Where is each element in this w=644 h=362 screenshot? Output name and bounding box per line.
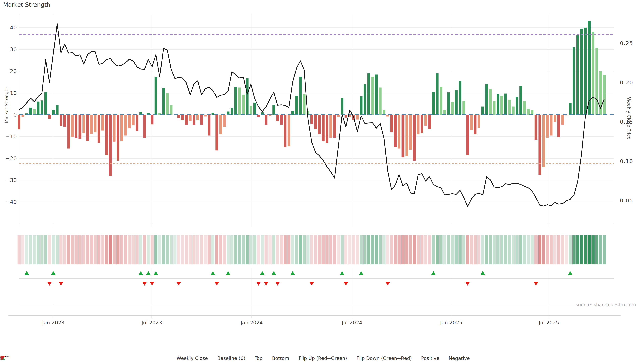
- strength-bar: [196, 115, 199, 120]
- heatmap-cell: [504, 235, 507, 265]
- heatmap-cell: [534, 235, 538, 265]
- heatmap-cell: [67, 235, 70, 265]
- flip-down-marker: [58, 282, 63, 286]
- heatmap-cell: [132, 235, 135, 265]
- strength-bar: [215, 115, 218, 150]
- strength-bar: [124, 115, 127, 136]
- legend-item-label: Flip Down (Green→Red): [356, 356, 412, 361]
- heatmap-cell: [599, 235, 602, 265]
- heatmap-cell: [398, 235, 401, 265]
- x-tick-label: Jan 2023: [42, 320, 64, 326]
- flip-up-marker: [211, 271, 215, 275]
- strength-bar: [181, 115, 184, 120]
- heatmap-cell: [310, 235, 314, 265]
- heatmap-cell: [364, 235, 366, 265]
- legend-item-label: Baseline (0): [217, 356, 245, 361]
- heatmap-cell: [36, 235, 40, 265]
- heatmap-cell: [261, 235, 264, 265]
- strength-bar: [219, 115, 222, 134]
- legend-item-label: Negative: [448, 356, 470, 361]
- strength-bar: [569, 103, 572, 115]
- strength-bar: [474, 115, 476, 134]
- strength-bar: [508, 99, 511, 115]
- heatmap-cell: [188, 235, 192, 265]
- heatmap-cell: [33, 235, 36, 265]
- heatmap-cell: [428, 235, 431, 265]
- heatmap-cell: [147, 235, 150, 265]
- strength-bar: [56, 105, 58, 115]
- heatmap-cell: [246, 235, 249, 265]
- heatmap-cell: [378, 235, 382, 265]
- source-credit: source: sharemaestro.com: [576, 302, 636, 307]
- heatmap-cell: [451, 235, 454, 265]
- heatmap-cell: [219, 235, 222, 265]
- heatmap-cell: [337, 235, 340, 265]
- heatmap-cell: [211, 235, 214, 265]
- heatmap-cell: [112, 235, 116, 265]
- strength-bar: [535, 115, 537, 140]
- heatmap-cell: [139, 235, 142, 265]
- strength-bar: [459, 81, 461, 115]
- heatmap-cell: [576, 235, 580, 265]
- heatmap-cell: [18, 235, 21, 265]
- strength-bar: [139, 112, 142, 115]
- heatmap-cell: [253, 235, 256, 265]
- y-tick-label: −20: [5, 155, 17, 162]
- strength-bar: [94, 115, 96, 132]
- strength-bar: [527, 109, 530, 115]
- heatmap-cell: [306, 235, 310, 265]
- heatmap-cell: [174, 235, 176, 265]
- heatmap-cell: [325, 235, 328, 265]
- heatmap-cell: [166, 235, 169, 265]
- strength-bar: [208, 115, 210, 136]
- y-tick-label: 20: [10, 68, 17, 74]
- heatmap-cell: [416, 235, 420, 265]
- strength-bar: [379, 88, 382, 115]
- strength-bar: [364, 84, 366, 115]
- heatmap-cell: [284, 235, 287, 265]
- heatmap-cell: [523, 235, 526, 265]
- heatmap-cell: [424, 235, 427, 265]
- strength-bar: [303, 94, 306, 115]
- legend-item-label: Bottom: [272, 356, 289, 361]
- heatmap-cell: [143, 235, 146, 265]
- y-tick-label: 0: [14, 112, 17, 118]
- flip-up-marker: [568, 271, 572, 275]
- strength-bar: [29, 108, 32, 115]
- flip-up-marker: [431, 271, 436, 275]
- strength-bar: [322, 115, 324, 141]
- strength-bar: [398, 115, 400, 149]
- strength-bar: [546, 115, 549, 138]
- strength-bar: [447, 92, 450, 115]
- strength-bar: [90, 115, 93, 134]
- heatmap-cell: [572, 235, 576, 265]
- market-strength-chart: Market Strength Market Strength Weekly C…: [0, 0, 644, 362]
- y-tick-label: −10: [5, 133, 17, 140]
- heatmap-cell: [208, 235, 211, 265]
- heatmap-cell: [101, 235, 104, 265]
- heatmap-cell: [105, 235, 108, 265]
- heatmap-cell: [56, 235, 59, 265]
- flip-down-marker: [344, 282, 348, 286]
- chart-canvas: 403020100−10−20−30−400.250.200.150.100.0…: [0, 0, 644, 362]
- price-tick-label: 0.05: [620, 197, 633, 204]
- heatmap-cell: [333, 235, 336, 265]
- strength-bar: [200, 115, 203, 125]
- strength-bar: [595, 48, 598, 115]
- heatmap-cell: [485, 235, 488, 265]
- strength-bar: [48, 115, 51, 119]
- strength-bar: [318, 115, 321, 134]
- heatmap-cell: [390, 235, 393, 265]
- legend-item-dots-orange: Bottom: [270, 356, 289, 361]
- strength-bar: [310, 115, 313, 123]
- strength-bar: [523, 101, 526, 115]
- strength-bar: [603, 75, 606, 115]
- legend-item-line: Weekly Close: [174, 356, 208, 361]
- strength-bar: [405, 115, 408, 156]
- strength-bar: [482, 107, 484, 115]
- strength-bar: [504, 93, 507, 115]
- heatmap-cell: [580, 235, 583, 265]
- heatmap-cell: [21, 235, 24, 265]
- strength-bar: [67, 115, 70, 149]
- heatmap-cell: [250, 235, 252, 265]
